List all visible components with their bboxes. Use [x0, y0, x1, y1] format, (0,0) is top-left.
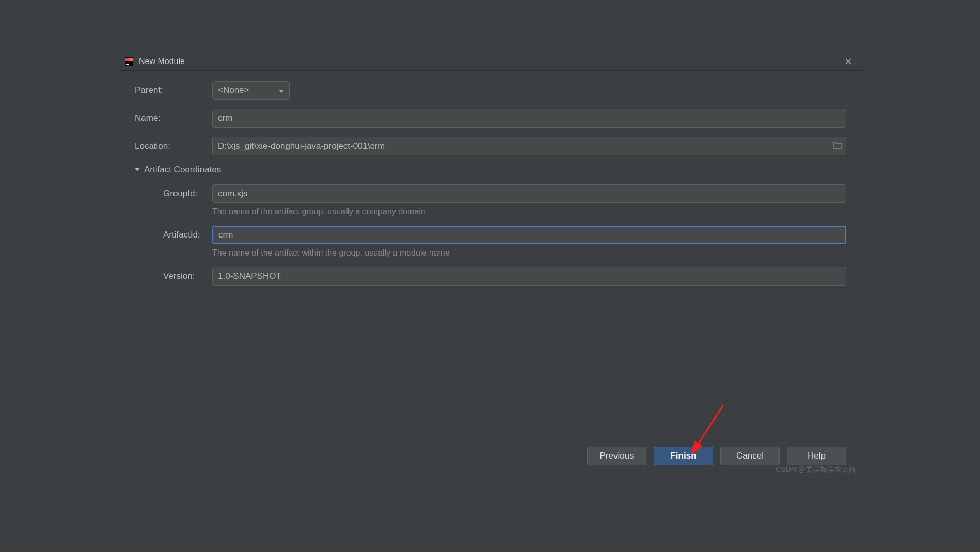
folder-icon — [833, 141, 842, 149]
browse-button[interactable] — [833, 141, 842, 151]
svg-rect-1 — [125, 58, 129, 61]
cancel-button[interactable]: Cancel — [720, 447, 780, 465]
version-row: Version: 1.0-SNAPSHOT — [135, 267, 846, 286]
close-button[interactable] — [840, 54, 857, 69]
finish-button[interactable]: Finish — [654, 447, 713, 465]
artifactid-label: ArtifactId: — [135, 230, 212, 240]
version-label: Version: — [135, 271, 212, 281]
chevron-down-icon — [279, 85, 284, 96]
artifactid-value: crm — [218, 230, 233, 240]
svg-rect-2 — [129, 58, 133, 61]
parent-row: Parent: <None> — [135, 81, 846, 100]
groupid-input[interactable]: com.xjs — [212, 184, 846, 203]
artifact-section-title: Artifact Coordinates — [144, 165, 221, 175]
svg-marker-6 — [279, 90, 284, 93]
groupid-row: GroupId: com.xjs — [135, 184, 846, 203]
version-value: 1.0-SNAPSHOT — [218, 271, 281, 281]
artifactid-input[interactable]: crm — [212, 226, 846, 244]
name-input[interactable]: crm — [212, 109, 846, 128]
version-input[interactable]: 1.0-SNAPSHOT — [212, 267, 846, 286]
groupid-label: GroupId: — [135, 188, 212, 199]
dialog-content: Parent: <None> Name: crm Location: D:\xj… — [119, 71, 862, 440]
groupid-help-text: The name of the artifact group, usually … — [212, 207, 846, 216]
parent-value: <None> — [218, 85, 249, 96]
location-label: Location: — [135, 141, 212, 151]
intellij-icon — [124, 57, 134, 66]
name-row: Name: crm — [135, 109, 846, 128]
groupid-value: com.xjs — [218, 188, 248, 199]
previous-button[interactable]: Previous — [587, 447, 646, 465]
artifactid-help-text: The name of the artifact within the grou… — [212, 248, 846, 258]
parent-label: Parent: — [135, 85, 212, 96]
artifactid-row: ArtifactId: crm — [135, 226, 846, 244]
location-value: D:\xjs_git\xie-donghui-java-project-001\… — [218, 141, 385, 151]
dialog-title: New Module — [139, 57, 840, 66]
location-input[interactable]: D:\xjs_git\xie-donghui-java-project-001\… — [212, 137, 846, 155]
location-row: Location: D:\xjs_git\xie-donghui-java-pr… — [135, 137, 846, 155]
watermark-text: CSDN @要学就学灰太狼 — [776, 465, 856, 475]
name-value: crm — [218, 113, 232, 123]
titlebar: New Module — [119, 52, 862, 71]
name-label: Name: — [135, 113, 212, 123]
button-bar: Previous Finish Cancel Help — [119, 440, 862, 475]
svg-marker-7 — [135, 168, 140, 171]
new-module-dialog: New Module Parent: <None> Name: crm Loca… — [119, 52, 862, 475]
chevron-down-icon — [135, 166, 140, 174]
artifact-coordinates-toggle[interactable]: Artifact Coordinates — [135, 165, 846, 175]
help-button[interactable]: Help — [787, 447, 846, 465]
svg-rect-3 — [126, 64, 129, 65]
parent-dropdown[interactable]: <None> — [212, 81, 290, 100]
